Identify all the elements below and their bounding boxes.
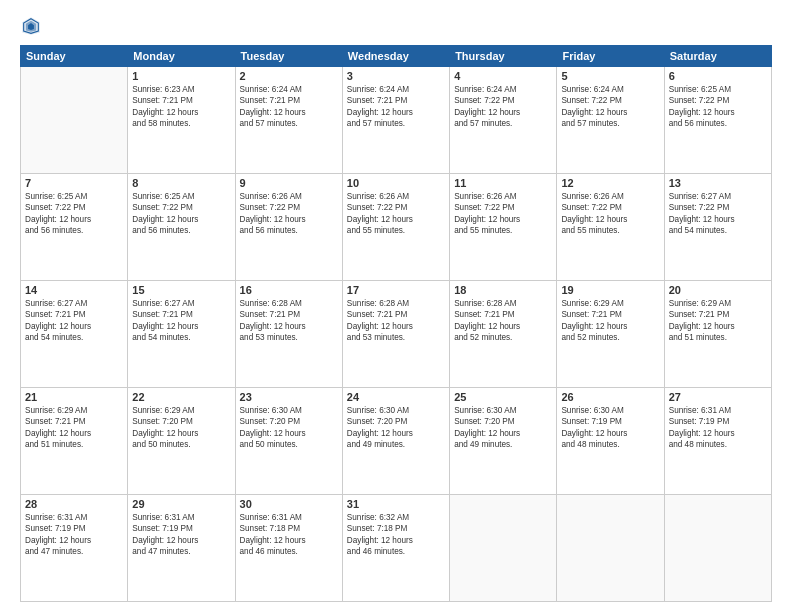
- day-number: 26: [561, 391, 659, 403]
- weekday-header: Tuesday: [235, 46, 342, 67]
- weekday-header: Wednesday: [342, 46, 449, 67]
- calendar-table: SundayMondayTuesdayWednesdayThursdayFrid…: [20, 45, 772, 602]
- calendar-cell: 8Sunrise: 6:25 AMSunset: 7:22 PMDaylight…: [128, 174, 235, 281]
- calendar-cell: 27Sunrise: 6:31 AMSunset: 7:19 PMDayligh…: [664, 388, 771, 495]
- calendar-cell: 12Sunrise: 6:26 AMSunset: 7:22 PMDayligh…: [557, 174, 664, 281]
- day-number: 18: [454, 284, 552, 296]
- day-number: 11: [454, 177, 552, 189]
- calendar-cell: 23Sunrise: 6:30 AMSunset: 7:20 PMDayligh…: [235, 388, 342, 495]
- calendar-cell: 25Sunrise: 6:30 AMSunset: 7:20 PMDayligh…: [450, 388, 557, 495]
- calendar-cell: 9Sunrise: 6:26 AMSunset: 7:22 PMDaylight…: [235, 174, 342, 281]
- day-info: Sunrise: 6:26 AMSunset: 7:22 PMDaylight:…: [240, 191, 338, 237]
- day-info: Sunrise: 6:25 AMSunset: 7:22 PMDaylight:…: [132, 191, 230, 237]
- calendar-cell: 15Sunrise: 6:27 AMSunset: 7:21 PMDayligh…: [128, 281, 235, 388]
- calendar-cell: 16Sunrise: 6:28 AMSunset: 7:21 PMDayligh…: [235, 281, 342, 388]
- day-info: Sunrise: 6:30 AMSunset: 7:20 PMDaylight:…: [240, 405, 338, 451]
- day-info: Sunrise: 6:24 AMSunset: 7:21 PMDaylight:…: [240, 84, 338, 130]
- day-number: 20: [669, 284, 767, 296]
- day-number: 6: [669, 70, 767, 82]
- day-number: 17: [347, 284, 445, 296]
- day-number: 4: [454, 70, 552, 82]
- day-info: Sunrise: 6:31 AMSunset: 7:18 PMDaylight:…: [240, 512, 338, 558]
- day-info: Sunrise: 6:27 AMSunset: 7:21 PMDaylight:…: [25, 298, 123, 344]
- day-info: Sunrise: 6:32 AMSunset: 7:18 PMDaylight:…: [347, 512, 445, 558]
- calendar-cell: [450, 495, 557, 602]
- day-number: 19: [561, 284, 659, 296]
- calendar-cell: 7Sunrise: 6:25 AMSunset: 7:22 PMDaylight…: [21, 174, 128, 281]
- day-info: Sunrise: 6:29 AMSunset: 7:21 PMDaylight:…: [25, 405, 123, 451]
- calendar-week-row: 28Sunrise: 6:31 AMSunset: 7:19 PMDayligh…: [21, 495, 772, 602]
- day-number: 10: [347, 177, 445, 189]
- day-number: 30: [240, 498, 338, 510]
- day-info: Sunrise: 6:31 AMSunset: 7:19 PMDaylight:…: [132, 512, 230, 558]
- calendar-cell: [664, 495, 771, 602]
- calendar-cell: 10Sunrise: 6:26 AMSunset: 7:22 PMDayligh…: [342, 174, 449, 281]
- calendar-cell: 4Sunrise: 6:24 AMSunset: 7:22 PMDaylight…: [450, 67, 557, 174]
- day-number: 27: [669, 391, 767, 403]
- calendar-cell: 5Sunrise: 6:24 AMSunset: 7:22 PMDaylight…: [557, 67, 664, 174]
- calendar-cell: 3Sunrise: 6:24 AMSunset: 7:21 PMDaylight…: [342, 67, 449, 174]
- day-info: Sunrise: 6:30 AMSunset: 7:20 PMDaylight:…: [347, 405, 445, 451]
- day-info: Sunrise: 6:26 AMSunset: 7:22 PMDaylight:…: [561, 191, 659, 237]
- day-number: 13: [669, 177, 767, 189]
- calendar-week-row: 1Sunrise: 6:23 AMSunset: 7:21 PMDaylight…: [21, 67, 772, 174]
- calendar-week-row: 7Sunrise: 6:25 AMSunset: 7:22 PMDaylight…: [21, 174, 772, 281]
- day-number: 12: [561, 177, 659, 189]
- calendar-cell: 14Sunrise: 6:27 AMSunset: 7:21 PMDayligh…: [21, 281, 128, 388]
- day-info: Sunrise: 6:29 AMSunset: 7:21 PMDaylight:…: [561, 298, 659, 344]
- day-number: 29: [132, 498, 230, 510]
- day-info: Sunrise: 6:28 AMSunset: 7:21 PMDaylight:…: [347, 298, 445, 344]
- calendar-cell: [557, 495, 664, 602]
- calendar-cell: 20Sunrise: 6:29 AMSunset: 7:21 PMDayligh…: [664, 281, 771, 388]
- calendar-week-row: 21Sunrise: 6:29 AMSunset: 7:21 PMDayligh…: [21, 388, 772, 495]
- logo: [20, 15, 46, 37]
- calendar-cell: 28Sunrise: 6:31 AMSunset: 7:19 PMDayligh…: [21, 495, 128, 602]
- day-number: 8: [132, 177, 230, 189]
- day-number: 24: [347, 391, 445, 403]
- day-info: Sunrise: 6:30 AMSunset: 7:19 PMDaylight:…: [561, 405, 659, 451]
- calendar-cell: 18Sunrise: 6:28 AMSunset: 7:21 PMDayligh…: [450, 281, 557, 388]
- day-info: Sunrise: 6:30 AMSunset: 7:20 PMDaylight:…: [454, 405, 552, 451]
- day-info: Sunrise: 6:27 AMSunset: 7:22 PMDaylight:…: [669, 191, 767, 237]
- day-number: 28: [25, 498, 123, 510]
- logo-icon: [20, 15, 42, 37]
- day-info: Sunrise: 6:27 AMSunset: 7:21 PMDaylight:…: [132, 298, 230, 344]
- calendar-cell: 26Sunrise: 6:30 AMSunset: 7:19 PMDayligh…: [557, 388, 664, 495]
- day-number: 23: [240, 391, 338, 403]
- day-info: Sunrise: 6:24 AMSunset: 7:21 PMDaylight:…: [347, 84, 445, 130]
- calendar-cell: 11Sunrise: 6:26 AMSunset: 7:22 PMDayligh…: [450, 174, 557, 281]
- calendar-cell: 31Sunrise: 6:32 AMSunset: 7:18 PMDayligh…: [342, 495, 449, 602]
- day-number: 21: [25, 391, 123, 403]
- day-info: Sunrise: 6:31 AMSunset: 7:19 PMDaylight:…: [669, 405, 767, 451]
- day-info: Sunrise: 6:26 AMSunset: 7:22 PMDaylight:…: [347, 191, 445, 237]
- day-info: Sunrise: 6:29 AMSunset: 7:20 PMDaylight:…: [132, 405, 230, 451]
- weekday-header: Sunday: [21, 46, 128, 67]
- day-info: Sunrise: 6:29 AMSunset: 7:21 PMDaylight:…: [669, 298, 767, 344]
- day-number: 7: [25, 177, 123, 189]
- calendar-cell: 30Sunrise: 6:31 AMSunset: 7:18 PMDayligh…: [235, 495, 342, 602]
- calendar-cell: 19Sunrise: 6:29 AMSunset: 7:21 PMDayligh…: [557, 281, 664, 388]
- day-number: 15: [132, 284, 230, 296]
- weekday-header: Monday: [128, 46, 235, 67]
- day-info: Sunrise: 6:25 AMSunset: 7:22 PMDaylight:…: [669, 84, 767, 130]
- weekday-header: Friday: [557, 46, 664, 67]
- calendar-cell: 17Sunrise: 6:28 AMSunset: 7:21 PMDayligh…: [342, 281, 449, 388]
- day-info: Sunrise: 6:28 AMSunset: 7:21 PMDaylight:…: [454, 298, 552, 344]
- day-number: 14: [25, 284, 123, 296]
- calendar-cell: 24Sunrise: 6:30 AMSunset: 7:20 PMDayligh…: [342, 388, 449, 495]
- day-info: Sunrise: 6:23 AMSunset: 7:21 PMDaylight:…: [132, 84, 230, 130]
- calendar-cell: 13Sunrise: 6:27 AMSunset: 7:22 PMDayligh…: [664, 174, 771, 281]
- day-info: Sunrise: 6:31 AMSunset: 7:19 PMDaylight:…: [25, 512, 123, 558]
- day-info: Sunrise: 6:25 AMSunset: 7:22 PMDaylight:…: [25, 191, 123, 237]
- day-number: 9: [240, 177, 338, 189]
- day-info: Sunrise: 6:26 AMSunset: 7:22 PMDaylight:…: [454, 191, 552, 237]
- calendar-week-row: 14Sunrise: 6:27 AMSunset: 7:21 PMDayligh…: [21, 281, 772, 388]
- day-number: 31: [347, 498, 445, 510]
- day-number: 3: [347, 70, 445, 82]
- day-info: Sunrise: 6:24 AMSunset: 7:22 PMDaylight:…: [454, 84, 552, 130]
- day-info: Sunrise: 6:24 AMSunset: 7:22 PMDaylight:…: [561, 84, 659, 130]
- page-header: [20, 15, 772, 37]
- calendar-cell: 6Sunrise: 6:25 AMSunset: 7:22 PMDaylight…: [664, 67, 771, 174]
- day-number: 1: [132, 70, 230, 82]
- calendar-cell: 21Sunrise: 6:29 AMSunset: 7:21 PMDayligh…: [21, 388, 128, 495]
